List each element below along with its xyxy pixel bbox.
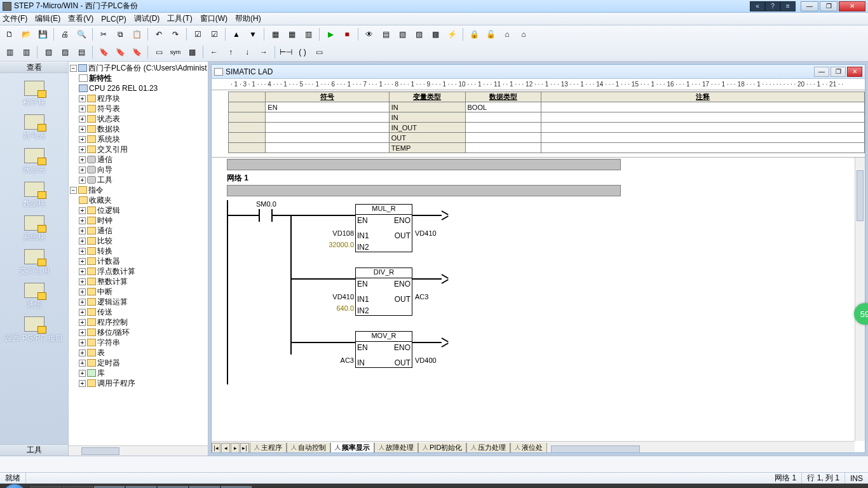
- tb-compile-all-icon[interactable]: ☑: [207, 27, 221, 41]
- tb-preview-icon[interactable]: 🔍: [74, 27, 88, 41]
- tab-freq[interactable]: 频率显示: [330, 443, 374, 453]
- table-row[interactable]: OUT: [229, 133, 865, 143]
- tree-wizard[interactable]: 向导: [97, 165, 112, 175]
- tb-open-icon[interactable]: 📂: [19, 27, 33, 41]
- tree-system-block[interactable]: 系统块: [97, 134, 120, 145]
- tree-instructions[interactable]: 指令: [88, 185, 104, 196]
- vt-h-symbol[interactable]: 符号: [266, 92, 389, 102]
- ladder-hscroll-thumb[interactable]: [551, 445, 640, 453]
- ladder-canvas[interactable]: 网络 1 SM0.0 MUL_R ENENO: [212, 157, 865, 452]
- window-minimize-button[interactable]: —: [801, 1, 818, 11]
- tb-read-icon[interactable]: ▨: [412, 27, 426, 41]
- tb-upload-icon[interactable]: ▲: [229, 27, 243, 41]
- tree-program-block[interactable]: 程序块: [97, 93, 120, 104]
- tree-whatsnew[interactable]: 新特性: [89, 73, 112, 84]
- ladder-vscrollbar[interactable]: [855, 158, 865, 441]
- ladder-window-close-button[interactable]: ✕: [847, 67, 862, 77]
- tree-favorites[interactable]: 收藏夹: [89, 195, 112, 206]
- tb2-box-icon[interactable]: ▭: [312, 45, 326, 59]
- tree-string[interactable]: 字符串: [97, 337, 120, 348]
- tree-timer[interactable]: 定时器: [97, 358, 120, 369]
- tb-chart-icon[interactable]: ▤: [379, 27, 393, 41]
- menu-plc[interactable]: PLC(P): [101, 15, 126, 24]
- tb2-find-icon[interactable]: 🔖: [97, 45, 111, 59]
- tree-root[interactable]: 西门子PLC备份 (C:\Users\Administ: [88, 63, 207, 74]
- tb-write-icon[interactable]: ▩: [428, 27, 442, 41]
- tree-library[interactable]: 库: [97, 368, 105, 379]
- tab-nav-last[interactable]: ▸|: [240, 443, 249, 453]
- tree-status-table[interactable]: 状态表: [97, 114, 120, 125]
- tb-paste-icon[interactable]: 📋: [130, 27, 144, 41]
- tb2-down-icon[interactable]: ↓: [240, 45, 254, 59]
- tb2-view2-icon[interactable]: ▨: [58, 45, 72, 59]
- variable-table[interactable]: 符号 变量类型 数据类型 注释 ENINBOOL IN IN_OUT OUT T…: [228, 92, 865, 153]
- tree-comm-instr[interactable]: 通信: [97, 226, 112, 236]
- tb2-abs-icon[interactable]: ▥: [19, 45, 33, 59]
- ladder-hscrollbar[interactable]: |◂ ◂ ▸ ▸| 主程序 自动控制 频率显示 故障处理 PID初始化 压力处理…: [212, 441, 855, 452]
- menu-edit[interactable]: 编辑(E): [35, 13, 60, 24]
- titlebar-help-menu-icon[interactable]: ≡: [780, 1, 796, 11]
- tree-program-control[interactable]: 程序控制: [97, 317, 128, 328]
- fb-div-r[interactable]: DIV_R ENENO IN1OUT IN2: [355, 268, 412, 316]
- menu-view[interactable]: 查看(V): [68, 13, 93, 24]
- window-close-button[interactable]: ✕: [839, 1, 865, 11]
- tree-tools[interactable]: 工具: [97, 175, 112, 186]
- tab-pressure[interactable]: 压力处理: [466, 443, 510, 453]
- tb-redo-icon[interactable]: ↷: [168, 27, 182, 41]
- network-title-bar[interactable]: [227, 159, 621, 170]
- output-pane[interactable]: [0, 456, 868, 472]
- nav-cross-ref[interactable]: 交叉引用: [0, 249, 68, 276]
- tb-new-icon[interactable]: 🗋: [3, 27, 17, 41]
- tree-logic[interactable]: 逻辑运算: [97, 297, 128, 308]
- tb2-up-icon[interactable]: ↑: [224, 45, 238, 59]
- tb2-prev-icon[interactable]: 🔖: [130, 45, 144, 59]
- tb-options-icon[interactable]: ▥: [301, 27, 315, 41]
- tb-unlock-icon[interactable]: 🔓: [484, 27, 498, 41]
- table-row[interactable]: IN_OUT: [229, 123, 865, 133]
- ladder-network[interactable]: SM0.0 MUL_R ENENO IN1OUT IN2 V: [227, 200, 659, 384]
- tree-data-block[interactable]: 数据块: [97, 124, 120, 135]
- tree-symbol-table[interactable]: 符号表: [97, 104, 120, 114]
- tab-auto[interactable]: 自动控制: [287, 443, 330, 453]
- tree-comm[interactable]: 通信: [97, 154, 112, 165]
- tb-run-icon[interactable]: ▶: [323, 27, 337, 41]
- vt-h-comment[interactable]: 注释: [541, 92, 865, 102]
- tree-compare[interactable]: 比较: [97, 236, 112, 247]
- tb2-symname-icon[interactable]: sym: [168, 45, 182, 59]
- tb-print-icon[interactable]: 🖨: [58, 27, 72, 41]
- tab-fault[interactable]: 故障处理: [374, 443, 418, 453]
- contact-normally-open[interactable]: [259, 209, 273, 222]
- tb2-sym-icon[interactable]: ▥: [3, 45, 17, 59]
- tree-call-sub[interactable]: 调用子程序: [97, 378, 135, 389]
- tb2-toggle-icon[interactable]: ▩: [185, 45, 199, 59]
- menu-tools[interactable]: 工具(T): [167, 13, 192, 24]
- tree-cpu[interactable]: CPU 226 REL 01.23: [89, 84, 158, 93]
- window-maximize-button[interactable]: ❐: [820, 1, 837, 11]
- tb2-bookmark-icon[interactable]: ▤: [74, 45, 88, 59]
- menu-window[interactable]: 窗口(W): [200, 13, 227, 24]
- menu-debug[interactable]: 调试(D): [134, 13, 160, 24]
- nav-symbol-table[interactable]: 符号表: [0, 114, 68, 142]
- vt-h-vartype[interactable]: 变量类型: [389, 92, 465, 102]
- tab-main[interactable]: 主程序: [250, 443, 287, 453]
- menu-help[interactable]: 帮助(H): [235, 13, 261, 24]
- tb-stop-icon[interactable]: ■: [340, 27, 354, 41]
- nav-program-block[interactable]: 程序块: [0, 81, 68, 108]
- tb2-right-icon[interactable]: →: [257, 45, 271, 59]
- tb-lock-icon[interactable]: 🔒: [467, 27, 481, 41]
- tab-level[interactable]: 液位处: [510, 443, 547, 453]
- tb-compile-icon[interactable]: ☑: [191, 27, 205, 41]
- fb-mul-r[interactable]: MUL_R ENENO IN1OUT IN2: [355, 204, 412, 252]
- tree-move[interactable]: 传送: [97, 307, 112, 318]
- nav-data-block[interactable]: 数据块: [0, 182, 68, 209]
- tb-delete-network-icon[interactable]: ▦: [285, 27, 299, 41]
- menu-file[interactable]: 文件(F): [3, 13, 27, 24]
- tb2-contact-icon[interactable]: ⊢⊣: [279, 45, 293, 59]
- tree-int-math[interactable]: 整数计算: [97, 276, 128, 287]
- tb-save-icon[interactable]: 💾: [36, 27, 50, 41]
- tb2-left-icon[interactable]: ←: [207, 45, 221, 59]
- table-row[interactable]: TEMP: [229, 143, 865, 153]
- project-tree[interactable]: −西门子PLC备份 (C:\Users\Administ 新特性 CPU 226…: [69, 62, 208, 445]
- tb-insert-network-icon[interactable]: ▦: [268, 27, 282, 41]
- tab-nav-prev[interactable]: ◂: [221, 443, 230, 453]
